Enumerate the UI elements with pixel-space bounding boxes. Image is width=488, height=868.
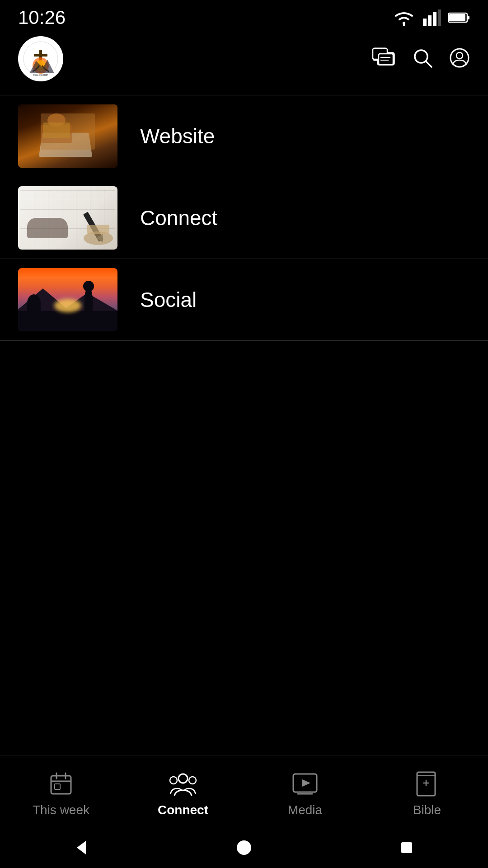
- svg-rect-10: [34, 54, 47, 57]
- svg-rect-3: [433, 12, 436, 26]
- signal-icon: [423, 9, 441, 26]
- home-button[interactable]: [235, 839, 253, 857]
- website-label: Website: [140, 124, 215, 148]
- svg-line-22: [426, 61, 432, 67]
- menu-item-connect[interactable]: Connect: [0, 177, 488, 259]
- menu-item-social[interactable]: Social: [0, 259, 488, 341]
- back-button[interactable]: [72, 839, 90, 857]
- svg-rect-25: [51, 776, 71, 794]
- this-week-nav-label: This week: [33, 803, 89, 817]
- messages-icon[interactable]: [372, 47, 396, 70]
- bottom-nav: This week Connect Media: [0, 755, 488, 827]
- svg-point-30: [178, 774, 188, 783]
- system-nav: [0, 827, 488, 868]
- bible-icon: [414, 770, 440, 797]
- svg-rect-42: [401, 842, 412, 853]
- svg-point-31: [170, 777, 177, 784]
- wifi-icon: [392, 9, 416, 26]
- website-thumbnail: [18, 104, 117, 168]
- nav-media[interactable]: Media: [244, 770, 366, 817]
- connect-thumbnail: [18, 186, 117, 250]
- svg-marker-34: [302, 779, 310, 787]
- profile-icon[interactable]: [449, 47, 470, 70]
- menu-item-website[interactable]: Website: [0, 95, 488, 177]
- svg-text:FELLOWSHIP: FELLOWSHIP: [33, 74, 48, 76]
- recents-button[interactable]: [398, 839, 416, 857]
- svg-point-32: [189, 777, 196, 784]
- header-actions: [372, 47, 470, 70]
- app-logo[interactable]: FELLOWSHIP: [18, 36, 63, 81]
- battery-icon: [448, 12, 470, 24]
- social-label: Social: [140, 288, 197, 312]
- svg-rect-7: [449, 14, 465, 21]
- media-nav-label: Media: [288, 803, 322, 817]
- connect-nav-label: Connect: [158, 803, 208, 817]
- svg-rect-1: [423, 19, 427, 26]
- menu-list: Website Connect: [0, 95, 488, 341]
- bible-nav-label: Bible: [413, 803, 441, 817]
- header: FELLOWSHIP: [0, 32, 488, 86]
- nav-this-week[interactable]: This week: [0, 770, 122, 817]
- connect-nav-icon: [168, 770, 198, 797]
- svg-point-0: [403, 22, 405, 24]
- svg-point-41: [237, 840, 251, 855]
- nav-bible[interactable]: Bible: [366, 770, 488, 817]
- svg-rect-4: [438, 9, 441, 26]
- svg-rect-2: [428, 15, 432, 26]
- status-icons: [392, 9, 470, 26]
- connect-label: Connect: [140, 206, 217, 230]
- status-time: 10:26: [18, 7, 66, 28]
- nav-connect[interactable]: Connect: [122, 770, 244, 817]
- search-icon[interactable]: [412, 47, 433, 70]
- svg-rect-6: [467, 16, 469, 19]
- svg-rect-18: [379, 54, 393, 65]
- svg-point-24: [456, 52, 463, 59]
- svg-marker-40: [77, 841, 86, 854]
- svg-rect-29: [55, 784, 60, 789]
- media-icon: [291, 770, 319, 797]
- status-bar: 10:26: [0, 0, 488, 32]
- logo-image: FELLOWSHIP: [23, 41, 59, 77]
- social-thumbnail: [18, 268, 117, 331]
- this-week-icon: [47, 770, 75, 797]
